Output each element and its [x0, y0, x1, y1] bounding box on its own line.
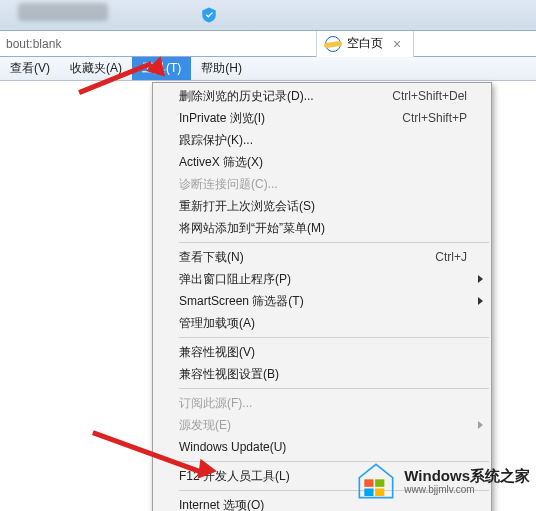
tab-close-button[interactable]: × — [389, 37, 405, 51]
windows-house-icon — [356, 461, 396, 501]
submenu-arrow-icon — [478, 297, 483, 305]
menu-separator — [179, 337, 489, 338]
blurred-title-region — [18, 3, 108, 21]
menuitem-compat-view[interactable]: 兼容性视图(V) — [153, 341, 491, 363]
address-bar[interactable]: bout:blank — [0, 31, 316, 56]
menuitem-compat-view-settings[interactable]: 兼容性视图设置(B) — [153, 363, 491, 385]
menuitem-popup-blocker[interactable]: 弹出窗口阻止程序(P) — [153, 268, 491, 290]
menu-separator — [179, 388, 489, 389]
menuitem-smartscreen-filter[interactable]: SmartScreen 筛选器(T) — [153, 290, 491, 312]
menuitem-delete-browsing-history[interactable]: 删除浏览的历史记录(D)...Ctrl+Shift+Del — [153, 85, 491, 107]
menuitem-view-downloads[interactable]: 查看下载(N)Ctrl+J — [153, 246, 491, 268]
submenu-arrow-icon — [478, 275, 483, 283]
menuitem-manage-addons[interactable]: 管理加载项(A) — [153, 312, 491, 334]
menuitem-inprivate-browsing[interactable]: InPrivate 浏览(I)Ctrl+Shift+P — [153, 107, 491, 129]
watermark: Windows系统之家 www.bjjmlv.com — [356, 461, 530, 501]
ie-icon — [325, 36, 341, 52]
svg-rect-1 — [375, 479, 384, 487]
watermark-url: www.bjjmlv.com — [404, 484, 530, 496]
menu-separator — [179, 242, 489, 243]
address-row: bout:blank 空白页 × — [0, 30, 536, 57]
menuitem-add-site-to-start[interactable]: 将网站添加到“开始”菜单(M) — [153, 217, 491, 239]
watermark-title: Windows系统之家 — [404, 467, 530, 484]
tencent-shield-icon — [200, 6, 218, 24]
menu-bar: 查看(V) 收藏夹(A) 工具(T) 帮助(H) — [0, 57, 536, 81]
tools-dropdown: 删除浏览的历史记录(D)...Ctrl+Shift+Del InPrivate … — [152, 82, 492, 511]
menuitem-feed-discovery: 源发现(E) — [153, 414, 491, 436]
menuitem-activex-filtering[interactable]: ActiveX 筛选(X) — [153, 151, 491, 173]
menuitem-tracking-protection[interactable]: 跟踪保护(K)... — [153, 129, 491, 151]
browser-tab[interactable]: 空白页 × — [317, 31, 414, 57]
menuitem-reopen-last-session[interactable]: 重新打开上次浏览会话(S) — [153, 195, 491, 217]
menu-help[interactable]: 帮助(H) — [191, 57, 252, 80]
svg-rect-2 — [365, 489, 374, 497]
annotation-arrow-2-head — [198, 459, 219, 481]
window-titlebar — [0, 0, 536, 30]
svg-rect-3 — [375, 489, 384, 497]
tab-title: 空白页 — [347, 35, 383, 52]
menuitem-windows-update[interactable]: Windows Update(U) — [153, 436, 491, 458]
menu-view[interactable]: 查看(V) — [0, 57, 60, 80]
address-text: bout:blank — [6, 37, 61, 51]
svg-rect-0 — [365, 479, 374, 487]
menuitem-diagnose-connection: 诊断连接问题(C)... — [153, 173, 491, 195]
tab-strip: 空白页 × — [316, 31, 536, 57]
menuitem-subscribe-feed: 订阅此源(F)... — [153, 392, 491, 414]
submenu-arrow-icon — [478, 421, 483, 429]
